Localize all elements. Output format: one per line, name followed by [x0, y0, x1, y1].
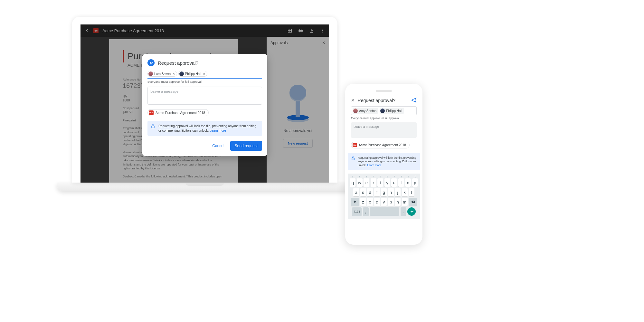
- key[interactable]: v: [381, 198, 387, 206]
- key[interactable]: e: [364, 178, 369, 187]
- approvers-helper: Everyone must approve for full approval: [147, 80, 262, 83]
- pdf-badge-icon: PDF: [353, 143, 357, 147]
- key[interactable]: d: [367, 188, 373, 196]
- key-hint: 8: [401, 175, 402, 178]
- file-name: Acme Purchase Agreement 2018: [156, 111, 205, 115]
- key[interactable]: c: [374, 198, 380, 206]
- message-input[interactable]: Leave a message: [147, 87, 262, 105]
- comma-key[interactable]: ,: [363, 207, 369, 216]
- svg-point-9: [150, 62, 151, 63]
- key-hint: 4: [373, 175, 374, 178]
- info-text: Requesting approval will lock the file, …: [158, 124, 259, 133]
- key[interactable]: i: [398, 178, 404, 187]
- key[interactable]: s: [360, 188, 366, 196]
- key[interactable]: t: [377, 178, 383, 187]
- key[interactable]: y: [384, 178, 390, 187]
- key[interactable]: z: [360, 198, 366, 206]
- remove-chip-icon[interactable]: ×: [172, 72, 175, 76]
- laptop-mockup: PDF Acme Purchase Agreement 2018: [57, 17, 353, 191]
- key-hint-row: 1 2 3 4 5 6 7 8 9 0: [349, 175, 419, 178]
- learn-more-link[interactable]: Learn more: [210, 129, 226, 132]
- key-hint: 1: [352, 175, 353, 178]
- cancel-button[interactable]: Cancel: [209, 141, 227, 151]
- key[interactable]: g: [381, 188, 387, 196]
- key-hint: 9: [408, 175, 409, 178]
- key[interactable]: r: [371, 178, 376, 187]
- shift-key[interactable]: [351, 198, 359, 206]
- key[interactable]: o: [405, 178, 411, 187]
- key[interactable]: n: [395, 198, 401, 206]
- key-hint: 7: [394, 175, 395, 178]
- remove-chip-icon[interactable]: ×: [203, 72, 206, 76]
- phone-dialog-title: Request approval?: [358, 98, 396, 103]
- dialog-title: Request approval?: [158, 60, 198, 66]
- phone-approvers-input[interactable]: Amy Santos Philipp Hall: [351, 106, 417, 115]
- phone-file-chip[interactable]: PDF Acme Purchase Agreement 2018: [351, 142, 410, 148]
- phone-helper: Everyone must approve for full approval: [351, 117, 417, 120]
- info-text-content: Requesting approval will lock the file, …: [358, 156, 416, 167]
- key[interactable]: h: [388, 188, 394, 196]
- key[interactable]: u: [391, 178, 397, 187]
- text-cursor: [210, 71, 210, 76]
- chip-label: Lara Brown: [154, 72, 171, 76]
- approver-chip[interactable]: Philipp Hall ×: [178, 71, 207, 77]
- avatar: [179, 71, 184, 76]
- key[interactable]: l: [409, 188, 414, 196]
- key-hint: 5: [380, 175, 381, 178]
- pdf-badge-icon: PDF: [149, 110, 154, 115]
- file-name: Acme Purchase Agreement 2018: [359, 143, 406, 147]
- key[interactable]: q: [350, 178, 355, 187]
- phone-dialog-header: × Request approval?: [348, 94, 420, 106]
- info-text-content: Requesting approval will lock the file, …: [158, 124, 256, 132]
- approver-chip[interactable]: Philipp Hall: [380, 108, 404, 114]
- pdf-viewer-screen: PDF Acme Purchase Agreement 2018: [80, 24, 329, 183]
- learn-more-link[interactable]: Learn more: [367, 164, 381, 167]
- lock-icon: [151, 124, 155, 133]
- backspace-key[interactable]: [409, 198, 417, 206]
- phone-speaker: [376, 90, 392, 92]
- laptop-bezel: PDF Acme Purchase Agreement 2018: [72, 17, 337, 183]
- text-cursor: [407, 109, 407, 113]
- space-key[interactable]: [370, 207, 399, 216]
- approver-chip[interactable]: Amy Santos: [353, 108, 378, 114]
- period-key[interactable]: .: [401, 207, 406, 216]
- lock-info-banner: Requesting approval will lock the file, …: [147, 121, 262, 136]
- key[interactable]: a: [353, 188, 359, 196]
- key[interactable]: x: [367, 198, 373, 206]
- approver-chip[interactable]: Lara Brown ×: [147, 71, 177, 77]
- phone-info-banner: Requesting approval will lock the file, …: [348, 153, 420, 170]
- chip-label: Philipp Hall: [185, 72, 201, 76]
- svg-rect-11: [352, 158, 355, 160]
- chip-label: Amy Santos: [359, 109, 376, 113]
- phone-mockup: × Request approval? Amy Santos Philipp H…: [345, 84, 422, 245]
- chip-label: Philipp Hall: [386, 109, 402, 113]
- info-text: Requesting approval will lock the file, …: [358, 156, 417, 167]
- key-hint: 0: [415, 175, 416, 178]
- soft-keyboard[interactable]: 1 2 3 4 5 6 7 8 9 0 q w e r t y u i o: [348, 174, 420, 219]
- phone-screen: × Request approval? Amy Santos Philipp H…: [348, 94, 420, 242]
- key[interactable]: p: [412, 178, 418, 187]
- key-hint: 3: [366, 175, 367, 178]
- key[interactable]: b: [388, 198, 394, 206]
- key[interactable]: k: [402, 188, 408, 196]
- key[interactable]: f: [374, 188, 380, 196]
- phone-message-input[interactable]: Leave a message: [351, 122, 417, 138]
- avatar: [148, 71, 153, 76]
- key-hint: 2: [359, 175, 360, 178]
- avatar: [353, 109, 358, 113]
- key-hint: 6: [387, 175, 388, 178]
- key[interactable]: w: [357, 178, 363, 187]
- key[interactable]: j: [395, 188, 401, 196]
- lock-icon: [351, 156, 355, 167]
- approvers-input[interactable]: Lara Brown × Philipp Hall ×: [147, 70, 262, 79]
- enter-key[interactable]: [407, 207, 416, 216]
- close-icon[interactable]: ×: [351, 97, 355, 104]
- avatar: [380, 109, 385, 113]
- send-request-button[interactable]: Send request: [230, 141, 262, 151]
- send-icon[interactable]: [411, 97, 417, 104]
- attached-file-chip[interactable]: PDF Acme Purchase Agreement 2018: [147, 109, 209, 116]
- request-approval-dialog: Request approval? Lara Brown × Philipp H…: [142, 54, 267, 156]
- person-add-icon: [147, 59, 155, 66]
- symbols-key[interactable]: ?123: [352, 207, 362, 216]
- key[interactable]: m: [402, 198, 408, 206]
